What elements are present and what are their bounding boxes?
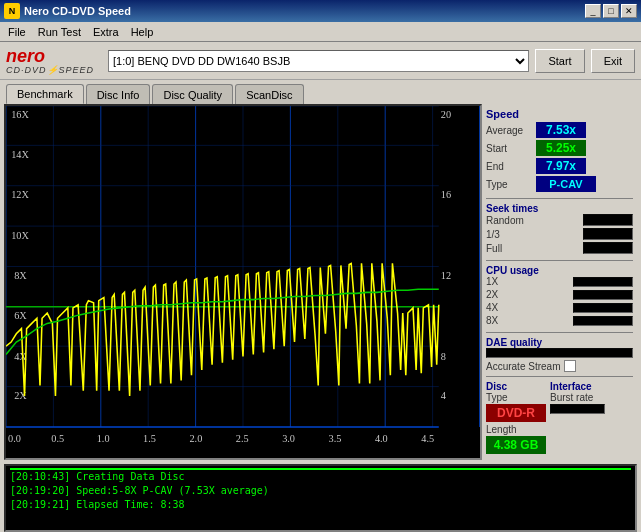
log-line-2: [20:19:21] Elapsed Time: 8:38 xyxy=(10,498,631,512)
svg-text:1.5: 1.5 xyxy=(143,433,156,444)
burst-rate-label: Burst rate xyxy=(550,392,605,403)
seek-section: Seek times Random 1/3 Full xyxy=(486,203,633,256)
seek-full-bar xyxy=(583,242,633,254)
start-value: 5.25x xyxy=(536,140,586,156)
seek-full-row: Full xyxy=(486,242,633,254)
log-area: [20:10:43] Creating Data Disc [20:19:20]… xyxy=(4,464,637,532)
dae-section: DAE quality Accurate Stream xyxy=(486,337,633,372)
menu-bar: File Run Test Extra Help xyxy=(0,22,641,42)
avg-row: Average 7.53x xyxy=(486,122,633,138)
cpu-8x-bar xyxy=(573,316,633,326)
cpu-8x-label: 8X xyxy=(486,315,506,326)
disc-length-label: Length xyxy=(486,424,546,435)
acc-stream-label: Accurate Stream xyxy=(486,361,560,372)
cpu-2x-row: 2X xyxy=(486,289,633,300)
cpu-4x-bar xyxy=(573,303,633,313)
seek-random-bar xyxy=(583,214,633,226)
tab-disc-info[interactable]: Disc Info xyxy=(86,84,151,104)
svg-text:0.5: 0.5 xyxy=(51,433,64,444)
menu-help[interactable]: Help xyxy=(125,23,160,41)
cpu-2x-bar xyxy=(573,290,633,300)
seek-onethird-row: 1/3 xyxy=(486,228,633,240)
speed-section: Speed Average 7.53x Start 5.25x End 7.97… xyxy=(486,108,633,194)
cpu-4x-label: 4X xyxy=(486,302,506,313)
menu-run-test[interactable]: Run Test xyxy=(32,23,87,41)
nero-logo-bottom: CD·DVD⚡SPEED xyxy=(6,65,94,75)
minimize-button[interactable]: _ xyxy=(585,4,601,18)
seek-title: Seek times xyxy=(486,203,633,214)
svg-text:16: 16 xyxy=(441,189,451,200)
svg-text:3.0: 3.0 xyxy=(282,433,295,444)
menu-extra[interactable]: Extra xyxy=(87,23,125,41)
exit-button[interactable]: Exit xyxy=(591,49,635,73)
disc-type-value: DVD-R xyxy=(486,404,546,422)
chart-svg: 16X 14X 12X 10X 8X 6X 4X 2X 20 16 12 8 4… xyxy=(6,106,480,458)
close-button[interactable]: ✕ xyxy=(621,4,637,18)
cpu-4x-row: 4X xyxy=(486,302,633,313)
cpu-title: CPU usage xyxy=(486,265,633,276)
avg-value: 7.53x xyxy=(536,122,586,138)
svg-text:1.0: 1.0 xyxy=(97,433,110,444)
burst-rate-bar xyxy=(550,404,605,414)
svg-text:12X: 12X xyxy=(11,189,29,200)
seek-full-label: Full xyxy=(486,243,502,254)
acc-stream-checkbox xyxy=(564,360,576,372)
right-panel: Speed Average 7.53x Start 5.25x End 7.97… xyxy=(482,104,637,460)
tabs-bar: Benchmark Disc Info Disc Quality ScanDis… xyxy=(0,80,641,104)
end-row: End 7.97x xyxy=(486,158,633,174)
svg-text:8: 8 xyxy=(441,351,446,362)
cpu-1x-bar xyxy=(573,277,633,287)
cpu-1x-label: 1X xyxy=(486,276,506,287)
disc-interface-row: Disc Type DVD-R Length 4.38 GB Interface… xyxy=(486,381,633,454)
main-content: 16X 14X 12X 10X 8X 6X 4X 2X 20 16 12 8 4… xyxy=(0,104,641,464)
dae-title: DAE quality xyxy=(486,337,633,348)
svg-text:14X: 14X xyxy=(11,149,29,160)
seek-random-label: Random xyxy=(486,215,524,226)
tab-scan-disc[interactable]: ScanDisc xyxy=(235,84,303,104)
svg-text:4.0: 4.0 xyxy=(375,433,388,444)
interface-title: Interface xyxy=(550,381,605,392)
svg-text:2.5: 2.5 xyxy=(236,433,249,444)
svg-text:12: 12 xyxy=(441,270,451,281)
log-line-1: [20:19:20] Speed:5-8X P-CAV (7.53X avera… xyxy=(10,484,631,498)
speed-title: Speed xyxy=(486,108,633,120)
type-value: P-CAV xyxy=(536,176,596,192)
disc-length-value: 4.38 GB xyxy=(486,436,546,454)
seek-onethird-label: 1/3 xyxy=(486,229,500,240)
start-row: Start 5.25x xyxy=(486,140,633,156)
acc-stream-row: Accurate Stream xyxy=(486,360,633,372)
dae-bar xyxy=(486,348,633,358)
window-controls[interactable]: _ □ ✕ xyxy=(585,4,637,18)
svg-text:0.0: 0.0 xyxy=(8,433,21,444)
chart-area: 16X 14X 12X 10X 8X 6X 4X 2X 20 16 12 8 4… xyxy=(4,104,482,460)
avg-label: Average xyxy=(486,125,536,136)
cpu-section: CPU usage 1X 2X 4X 8X xyxy=(486,265,633,328)
type-label: Type xyxy=(486,179,536,190)
svg-text:10X: 10X xyxy=(11,229,29,240)
nero-logo-top: nero xyxy=(6,47,45,65)
drive-select[interactable]: [1:0] BENQ DVD DD DW1640 BSJB xyxy=(108,50,529,72)
toolbar: nero CD·DVD⚡SPEED [1:0] BENQ DVD DD DW16… xyxy=(0,42,641,80)
type-row: Type P-CAV xyxy=(486,176,633,192)
maximize-button[interactable]: □ xyxy=(603,4,619,18)
tab-benchmark[interactable]: Benchmark xyxy=(6,84,84,104)
end-value: 7.97x xyxy=(536,158,586,174)
svg-text:4: 4 xyxy=(441,390,446,401)
menu-file[interactable]: File xyxy=(2,23,32,41)
start-button[interactable]: Start xyxy=(535,49,584,73)
title-bar: N Nero CD-DVD Speed _ □ ✕ xyxy=(0,0,641,22)
disc-title: Disc xyxy=(486,381,546,392)
cpu-2x-label: 2X xyxy=(486,289,506,300)
end-label: End xyxy=(486,161,536,172)
disc-type-label: Type xyxy=(486,392,546,403)
start-label: Start xyxy=(486,143,536,154)
seek-random-row: Random xyxy=(486,214,633,226)
log-line-0: [20:10:43] Creating Data Disc xyxy=(10,470,631,484)
svg-text:16X: 16X xyxy=(11,109,29,120)
interface-section: Interface Burst rate xyxy=(550,381,605,454)
svg-text:20: 20 xyxy=(441,109,451,120)
app-icon: N xyxy=(4,3,20,19)
svg-text:6X: 6X xyxy=(14,310,27,321)
log-border: [20:10:43] Creating Data Disc [20:19:20]… xyxy=(10,468,631,528)
tab-disc-quality[interactable]: Disc Quality xyxy=(152,84,233,104)
